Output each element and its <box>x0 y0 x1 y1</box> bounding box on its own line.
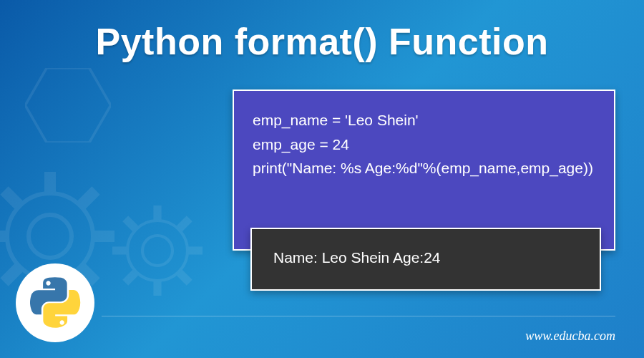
code-line-3: print("Name: %s Age:%d"%(emp_name,emp_ag… <box>253 156 595 180</box>
svg-line-17 <box>125 218 135 228</box>
hexagon-decoration <box>25 68 111 142</box>
svg-line-19 <box>180 218 190 228</box>
page-title: Python format() Function <box>0 0 644 63</box>
svg-line-20 <box>125 273 135 283</box>
svg-point-11 <box>127 221 187 281</box>
code-line-1: emp_name = 'Leo Shein' <box>253 108 595 132</box>
code-line-2: emp_age = 24 <box>253 132 595 157</box>
python-logo-icon <box>16 263 94 342</box>
svg-line-10 <box>4 268 19 282</box>
output-text: Name: Leo Shein Age:24 <box>273 249 578 266</box>
footer-divider <box>102 316 615 316</box>
svg-line-9 <box>82 190 96 205</box>
website-url: www.educba.com <box>525 329 615 344</box>
svg-line-7 <box>4 190 19 205</box>
svg-point-12 <box>142 236 172 266</box>
svg-point-2 <box>29 215 72 258</box>
gear-decoration-small <box>107 200 208 301</box>
output-block: Name: Leo Shein Age:24 <box>250 228 601 291</box>
code-block: emp_name = 'Leo Shein' emp_age = 24 prin… <box>233 90 615 251</box>
svg-line-18 <box>180 273 190 283</box>
svg-marker-0 <box>25 68 111 142</box>
